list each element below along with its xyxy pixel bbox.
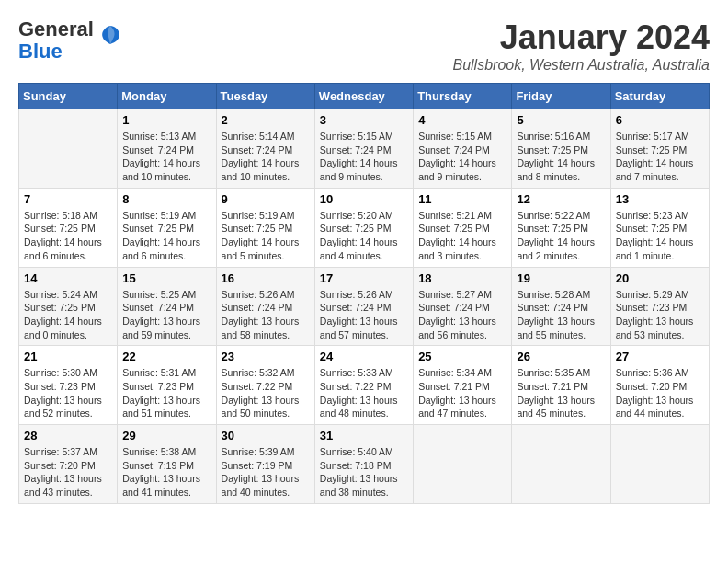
calendar-cell: 15Sunrise: 5:25 AMSunset: 7:24 PMDayligh… [118, 267, 216, 346]
page-header: General Blue January 2024 Bullsbrook, We… [18, 18, 710, 74]
calendar-cell: 7Sunrise: 5:18 AMSunset: 7:25 PMDaylight… [19, 188, 118, 267]
col-header-sunday: Sunday [19, 84, 118, 109]
calendar-cell: 27Sunrise: 5:36 AMSunset: 7:20 PMDayligh… [610, 346, 709, 425]
day-info: Sunrise: 5:24 AMSunset: 7:25 PMDaylight:… [24, 288, 112, 342]
calendar-cell: 3Sunrise: 5:15 AMSunset: 7:24 PMDaylight… [314, 109, 413, 189]
day-number: 23 [222, 350, 310, 363]
col-header-monday: Monday [118, 84, 216, 109]
day-info: Sunrise: 5:33 AMSunset: 7:22 PMDaylight:… [320, 366, 408, 420]
day-number: 20 [616, 271, 704, 285]
calendar-cell: 6Sunrise: 5:17 AMSunset: 7:25 PMDaylight… [610, 109, 709, 189]
location: Bullsbrook, Western Australia, Australia [452, 57, 710, 74]
day-info: Sunrise: 5:36 AMSunset: 7:20 PMDaylight:… [616, 366, 704, 420]
day-number: 12 [517, 192, 605, 206]
day-info: Sunrise: 5:15 AMSunset: 7:24 PMDaylight:… [418, 130, 506, 184]
calendar-cell: 20Sunrise: 5:29 AMSunset: 7:23 PMDayligh… [610, 267, 709, 346]
day-number: 4 [418, 113, 506, 127]
day-number: 1 [122, 113, 210, 127]
day-info: Sunrise: 5:31 AMSunset: 7:23 PMDaylight:… [122, 366, 210, 420]
day-info: Sunrise: 5:23 AMSunset: 7:25 PMDaylight:… [616, 209, 704, 263]
day-number: 18 [418, 271, 506, 285]
day-number: 6 [616, 113, 704, 127]
logo-bird-icon [97, 22, 123, 48]
day-number: 17 [320, 271, 408, 285]
calendar-cell: 2Sunrise: 5:14 AMSunset: 7:24 PMDaylight… [216, 109, 314, 189]
calendar-cell: 19Sunrise: 5:28 AMSunset: 7:24 PMDayligh… [512, 267, 610, 346]
day-number: 15 [122, 271, 210, 285]
calendar-cell: 22Sunrise: 5:31 AMSunset: 7:23 PMDayligh… [118, 346, 216, 425]
calendar-cell: 14Sunrise: 5:24 AMSunset: 7:25 PMDayligh… [19, 267, 118, 346]
day-number: 14 [24, 271, 112, 285]
col-header-saturday: Saturday [610, 84, 709, 109]
calendar-cell [414, 425, 512, 504]
day-info: Sunrise: 5:26 AMSunset: 7:24 PMDaylight:… [320, 288, 408, 342]
col-header-tuesday: Tuesday [216, 84, 314, 109]
calendar-cell: 1Sunrise: 5:13 AMSunset: 7:24 PMDaylight… [118, 109, 216, 189]
day-info: Sunrise: 5:25 AMSunset: 7:24 PMDaylight:… [122, 288, 210, 342]
calendar-cell: 4Sunrise: 5:15 AMSunset: 7:24 PMDaylight… [414, 109, 512, 189]
day-info: Sunrise: 5:19 AMSunset: 7:25 PMDaylight:… [222, 209, 310, 263]
calendar-table: SundayMondayTuesdayWednesdayThursdayFrid… [18, 83, 710, 504]
day-info: Sunrise: 5:18 AMSunset: 7:25 PMDaylight:… [24, 209, 112, 263]
day-number: 21 [24, 350, 112, 363]
calendar-cell: 5Sunrise: 5:16 AMSunset: 7:25 PMDaylight… [512, 109, 610, 189]
day-info: Sunrise: 5:28 AMSunset: 7:24 PMDaylight:… [517, 288, 605, 342]
day-info: Sunrise: 5:26 AMSunset: 7:24 PMDaylight:… [222, 288, 310, 342]
calendar-week-row: 14Sunrise: 5:24 AMSunset: 7:25 PMDayligh… [19, 267, 710, 346]
title-block: January 2024 Bullsbrook, Western Austral… [452, 18, 710, 74]
day-info: Sunrise: 5:20 AMSunset: 7:25 PMDaylight:… [320, 209, 408, 263]
day-number: 2 [222, 113, 310, 127]
day-number: 8 [122, 192, 210, 206]
calendar-header-row: SundayMondayTuesdayWednesdayThursdayFrid… [19, 84, 710, 109]
calendar-cell: 17Sunrise: 5:26 AMSunset: 7:24 PMDayligh… [314, 267, 413, 346]
calendar-week-row: 28Sunrise: 5:37 AMSunset: 7:20 PMDayligh… [19, 425, 710, 504]
calendar-cell: 29Sunrise: 5:38 AMSunset: 7:19 PMDayligh… [118, 425, 216, 504]
day-info: Sunrise: 5:38 AMSunset: 7:19 PMDaylight:… [122, 445, 210, 500]
day-number: 19 [517, 271, 605, 285]
day-info: Sunrise: 5:34 AMSunset: 7:21 PMDaylight:… [418, 366, 506, 420]
calendar-week-row: 7Sunrise: 5:18 AMSunset: 7:25 PMDaylight… [19, 188, 710, 267]
day-info: Sunrise: 5:30 AMSunset: 7:23 PMDaylight:… [24, 366, 112, 420]
col-header-thursday: Thursday [414, 84, 512, 109]
day-info: Sunrise: 5:21 AMSunset: 7:25 PMDaylight:… [418, 209, 506, 263]
day-info: Sunrise: 5:14 AMSunset: 7:24 PMDaylight:… [222, 130, 310, 184]
day-number: 9 [222, 192, 310, 206]
day-info: Sunrise: 5:35 AMSunset: 7:21 PMDaylight:… [517, 366, 605, 420]
day-number: 25 [418, 350, 506, 363]
calendar-cell: 25Sunrise: 5:34 AMSunset: 7:21 PMDayligh… [414, 346, 512, 425]
logo-text-blue: Blue [18, 40, 63, 63]
calendar-cell: 8Sunrise: 5:19 AMSunset: 7:25 PMDaylight… [118, 188, 216, 267]
calendar-cell: 23Sunrise: 5:32 AMSunset: 7:22 PMDayligh… [216, 346, 314, 425]
day-info: Sunrise: 5:32 AMSunset: 7:22 PMDaylight:… [222, 366, 310, 420]
day-number: 10 [320, 192, 408, 206]
calendar-cell: 31Sunrise: 5:40 AMSunset: 7:18 PMDayligh… [314, 425, 413, 504]
calendar-cell: 11Sunrise: 5:21 AMSunset: 7:25 PMDayligh… [414, 188, 512, 267]
calendar-cell: 12Sunrise: 5:22 AMSunset: 7:25 PMDayligh… [512, 188, 610, 267]
calendar-cell [610, 425, 709, 504]
calendar-cell: 21Sunrise: 5:30 AMSunset: 7:23 PMDayligh… [19, 346, 118, 425]
day-number: 26 [517, 350, 605, 363]
day-number: 30 [222, 429, 310, 442]
day-info: Sunrise: 5:19 AMSunset: 7:25 PMDaylight:… [122, 209, 210, 263]
month-title: January 2024 [452, 18, 710, 57]
logo: General Blue [18, 18, 123, 63]
day-number: 13 [616, 192, 704, 206]
calendar-cell: 18Sunrise: 5:27 AMSunset: 7:24 PMDayligh… [414, 267, 512, 346]
day-info: Sunrise: 5:17 AMSunset: 7:25 PMDaylight:… [616, 130, 704, 184]
day-number: 16 [222, 271, 310, 285]
day-number: 3 [320, 113, 408, 127]
calendar-cell: 9Sunrise: 5:19 AMSunset: 7:25 PMDaylight… [216, 188, 314, 267]
calendar-cell [19, 109, 118, 189]
calendar-cell: 13Sunrise: 5:23 AMSunset: 7:25 PMDayligh… [610, 188, 709, 267]
day-number: 5 [517, 113, 605, 127]
day-info: Sunrise: 5:13 AMSunset: 7:24 PMDaylight:… [122, 130, 210, 184]
calendar-cell: 24Sunrise: 5:33 AMSunset: 7:22 PMDayligh… [314, 346, 413, 425]
day-number: 29 [122, 429, 210, 442]
day-number: 11 [418, 192, 506, 206]
day-number: 31 [320, 429, 408, 442]
calendar-cell: 28Sunrise: 5:37 AMSunset: 7:20 PMDayligh… [19, 425, 118, 504]
day-info: Sunrise: 5:39 AMSunset: 7:19 PMDaylight:… [222, 445, 310, 500]
calendar-cell: 10Sunrise: 5:20 AMSunset: 7:25 PMDayligh… [314, 188, 413, 267]
day-number: 7 [24, 192, 112, 206]
day-number: 24 [320, 350, 408, 363]
